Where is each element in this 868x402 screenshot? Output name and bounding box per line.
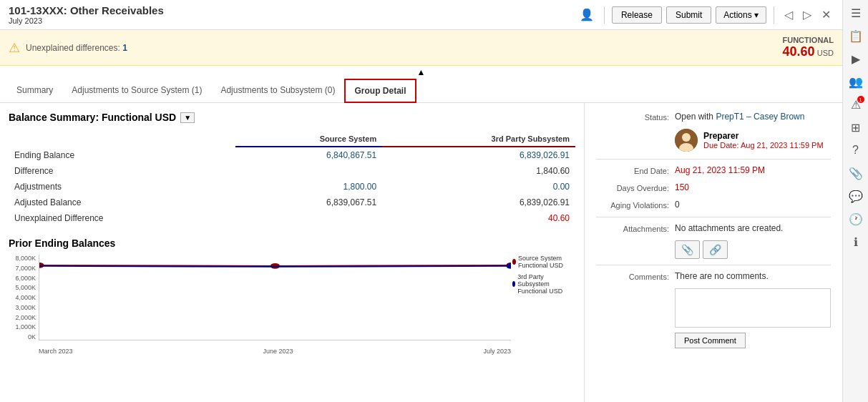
avatar	[675, 129, 698, 152]
page-subtitle: July 2023	[9, 16, 164, 25]
question-icon[interactable]: ?	[846, 140, 866, 160]
row-source-value: 6,839,067.51	[235, 195, 382, 210]
table-row: Adjusted Balance6,839,067.516,839,026.91	[9, 195, 575, 210]
end-date-value: Aug 21, 2023 11:59 PM	[675, 165, 831, 175]
row-source-value: 6,840,867.51	[235, 147, 382, 163]
separator1	[596, 159, 831, 160]
row-source-value: 1,800.00	[235, 179, 382, 195]
user-icon[interactable]: 👤	[577, 6, 597, 23]
comment-icon[interactable]: 💬	[846, 186, 866, 206]
balance-table: Source System 3rd Party Subsystem Ending…	[9, 132, 575, 226]
balance-summary-title: Balance Summary: Functional USD	[9, 112, 176, 123]
row-source-value	[235, 163, 382, 179]
tab-group-detail[interactable]: Group Detail	[344, 79, 416, 103]
close-icon[interactable]: ✕	[819, 6, 834, 23]
row-label: Adjusted Balance	[9, 195, 235, 210]
tab-summary[interactable]: Summary	[7, 79, 62, 102]
separator3	[596, 265, 831, 265]
collapse-handle[interactable]: ▲	[0, 66, 842, 79]
row-subsystem-value: 1,840.60	[382, 163, 575, 179]
left-panel: Balance Summary: Functional USD ▼ Source…	[0, 103, 585, 402]
comments-label: Comments:	[596, 273, 675, 281]
paperclip-icon[interactable]: 📎	[846, 163, 866, 183]
attach-file-button[interactable]: 📎	[675, 240, 700, 259]
days-overdue-label: Days Overdue:	[596, 184, 675, 192]
grid-icon[interactable]: ⊞	[846, 117, 866, 137]
attachments-label: Attachments:	[596, 225, 675, 233]
chart-legend: Source System Functional USD 3rd Party S…	[512, 255, 575, 296]
col-subsystem: 3rd Party Subsystem	[382, 132, 575, 147]
functional-label: FUNCTIONAL	[782, 36, 834, 44]
prior-balances-title: Prior Ending Balances	[9, 237, 575, 249]
history-icon[interactable]: 🕐	[846, 209, 866, 229]
row-subsystem-value: 40.60	[382, 210, 575, 226]
page-title: 101-13XXX: Other Receivables	[9, 4, 164, 16]
warning-icon: ⚠	[9, 40, 20, 56]
flag-icon[interactable]: ▶	[846, 49, 866, 69]
separator2	[596, 217, 831, 217]
table-row: Unexplained Difference40.60	[9, 210, 575, 226]
row-label: Ending Balance	[9, 147, 235, 163]
list-icon[interactable]: ☰	[846, 3, 866, 23]
right-panel: Status: Open with PrepT1 – Casey Brown	[585, 103, 842, 402]
warning-message: Unexplained differences: 1	[26, 43, 127, 53]
comments-value: There are no comments.	[675, 271, 831, 281]
users-settings-icon[interactable]: 👥	[846, 72, 866, 92]
tab-adjustments-subsystem[interactable]: Adjustments to Subsystem (0)	[211, 79, 344, 102]
preparer-name: Preparer	[703, 131, 824, 141]
preparer-due: Due Date: Aug 21, 2023 11:59 PM	[703, 141, 824, 149]
status-label: Status:	[596, 113, 675, 122]
chart-x-labels: March 2023June 2023July 2023	[39, 348, 511, 355]
divider	[604, 6, 605, 24]
table-row: Difference1,840.60	[9, 163, 575, 179]
chart-y-labels: 8,000K7,000K6,000K5,000K 4,000K3,000K2,0…	[9, 255, 39, 340]
functional-currency: USD	[817, 49, 834, 57]
tab-adjustments-source[interactable]: Adjustments to Source System (1)	[62, 79, 211, 102]
prior-balances-chart: 8,000K7,000K6,000K5,000K 4,000K3,000K2,0…	[9, 255, 575, 355]
attach-link-button[interactable]: 🔗	[703, 240, 728, 259]
row-subsystem-value: 0.00	[382, 179, 575, 195]
next-icon[interactable]: ▷	[800, 6, 814, 23]
chart-plot	[39, 255, 511, 340]
row-subsystem-value: 6,839,026.91	[382, 147, 575, 163]
post-comment-button[interactable]: Post Comment	[675, 333, 746, 348]
info-icon[interactable]: ℹ	[846, 232, 866, 252]
row-label: Unexplained Difference	[9, 210, 235, 226]
status-value: Open with	[675, 112, 716, 122]
aging-value: 0	[675, 200, 831, 210]
row-label: Difference	[9, 163, 235, 179]
comment-textarea[interactable]	[675, 288, 831, 328]
alert-icon[interactable]: ⚠ 1	[846, 94, 866, 114]
end-date-label: End Date:	[596, 167, 675, 175]
functional-amount: 40.60	[782, 44, 814, 59]
actions-button[interactable]: Actions ▾	[716, 6, 766, 24]
row-label: Adjustments	[9, 179, 235, 195]
row-source-value	[235, 210, 382, 226]
submit-button[interactable]: Submit	[666, 6, 711, 24]
preparer-row: Preparer Due Date: Aug 21, 2023 11:59 PM	[675, 129, 831, 152]
svg-point-5	[682, 133, 691, 142]
balance-dropdown-icon[interactable]: ▼	[180, 112, 195, 123]
aging-label: Aging Violations:	[596, 201, 675, 210]
table-row: Ending Balance6,840,867.516,839,026.91	[9, 147, 575, 163]
comment-box: Post Comment	[675, 288, 831, 348]
divider2	[774, 6, 774, 24]
table-row: Adjustments1,800.000.00	[9, 179, 575, 195]
release-button[interactable]: Release	[612, 6, 662, 24]
prev-icon[interactable]: ◁	[781, 6, 796, 23]
col-source: Source System	[235, 132, 382, 147]
right-sidebar: ☰ 📋 ▶ 👥 ⚠ 1 ⊞ ? 📎 💬 🕐 ℹ	[842, 0, 868, 402]
document-icon[interactable]: 📋	[846, 26, 866, 46]
attachments-actions: 📎 🔗	[675, 240, 831, 259]
tab-bar: Summary Adjustments to Source System (1)…	[0, 79, 842, 103]
svg-point-0	[39, 263, 44, 268]
attachments-value: No attachments are created.	[675, 223, 831, 233]
status-link[interactable]: PrepT1 – Casey Brown	[716, 112, 804, 122]
row-subsystem-value: 6,839,026.91	[382, 195, 575, 210]
days-overdue-value: 150	[675, 182, 831, 192]
